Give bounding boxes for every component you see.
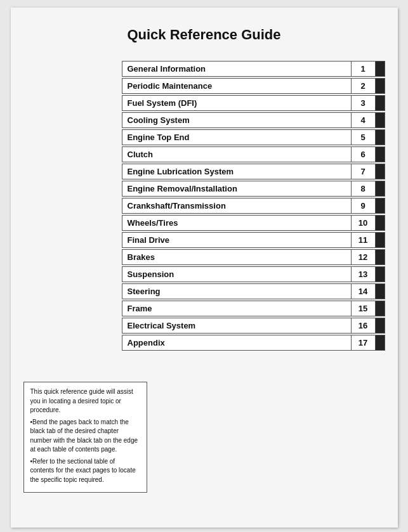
table-row[interactable]: Brakes12 [122,249,385,265]
toc-item-number: 16 [352,318,376,333]
table-row[interactable]: Electrical System16 [122,318,385,334]
toc-item-label: General Information [122,62,352,76]
table-row[interactable]: Engine Lubrication System7 [122,164,385,179]
toc-item-tab [376,267,385,282]
toc-item-number: 6 [352,147,376,162]
toc-item-number: 3 [352,96,376,110]
toc-item-number: 2 [352,79,376,93]
toc-item-tab [376,62,385,76]
toc-item-tab [376,301,385,316]
toc-item-number: 5 [352,130,376,145]
page-title: Quick Reference Guide [23,27,385,43]
toc-item-tab [376,335,385,350]
table-row[interactable]: Steering14 [122,283,385,299]
toc-item-tab [376,216,385,230]
toc-item-label: Final Drive [122,233,352,247]
toc-item-label: Brakes [122,250,352,264]
toc-item-number: 11 [352,233,376,247]
toc-item-number: 12 [352,250,376,264]
note-bullet1: •Bend the pages back to match the black … [30,418,140,455]
toc-item-tab [376,318,385,333]
toc-item-label: Periodic Maintenance [122,79,352,93]
toc-item-label: Engine Removal/Installation [122,181,352,196]
table-row[interactable]: Wheels/Tires10 [122,215,385,231]
toc-item-tab [376,250,385,264]
table-row[interactable]: Cooling System4 [122,112,385,128]
toc-item-number: 1 [352,62,376,76]
toc-item-tab [376,113,385,127]
table-row[interactable]: Periodic Maintenance2 [122,78,385,94]
toc-item-number: 8 [352,181,376,196]
toc-item-label: Frame [122,301,352,316]
table-row[interactable]: Engine Removal/Installation8 [122,181,385,197]
toc-item-number: 10 [352,216,376,230]
toc-item-tab [376,181,385,196]
toc-item-number: 7 [352,164,376,179]
table-row[interactable]: Suspension13 [122,266,385,282]
toc-item-number: 4 [352,113,376,127]
toc-item-number: 14 [352,284,376,299]
toc-item-tab [376,147,385,162]
toc-item-label: Engine Top End [122,130,352,145]
table-row[interactable]: General Information1 [122,61,385,77]
toc-item-tab [376,96,385,110]
toc-item-number: 9 [352,198,376,213]
toc-item-label: Clutch [122,147,352,162]
toc-container: General Information1Periodic Maintenance… [122,61,385,351]
note-intro: This quick reference guide will assist y… [30,387,140,415]
table-row[interactable]: Crankshaft/Transmission9 [122,198,385,214]
toc-item-tab [376,79,385,93]
toc-item-label: Electrical System [122,318,352,333]
table-row[interactable]: Clutch6 [122,146,385,162]
page: Quick Reference Guide General Informatio… [11,8,398,528]
toc-item-label: Cooling System [122,113,352,127]
table-row[interactable]: Appendix17 [122,335,385,351]
toc-item-number: 15 [352,301,376,316]
toc-item-number: 17 [352,335,376,350]
toc-item-label: Suspension [122,267,352,282]
toc-item-label: Wheels/Tires [122,216,352,230]
note-box: This quick reference guide will assist y… [23,382,147,493]
toc-item-label: Engine Lubrication System [122,164,352,179]
note-bullet2: •Refer to the sectional table of content… [30,457,140,485]
toc-item-tab [376,164,385,179]
toc-item-label: Fuel System (DFI) [122,96,352,110]
toc-item-label: Appendix [122,335,352,350]
toc-item-label: Crankshaft/Transmission [122,198,352,213]
table-row[interactable]: Final Drive11 [122,232,385,248]
toc-item-label: Steering [122,284,352,299]
toc-item-tab [376,198,385,213]
table-row[interactable]: Fuel System (DFI)3 [122,95,385,111]
table-row[interactable]: Engine Top End5 [122,129,385,145]
table-row[interactable]: Frame15 [122,301,385,316]
toc-item-tab [376,284,385,299]
toc-item-tab [376,233,385,247]
toc-item-number: 13 [352,267,376,282]
toc-item-tab [376,130,385,145]
